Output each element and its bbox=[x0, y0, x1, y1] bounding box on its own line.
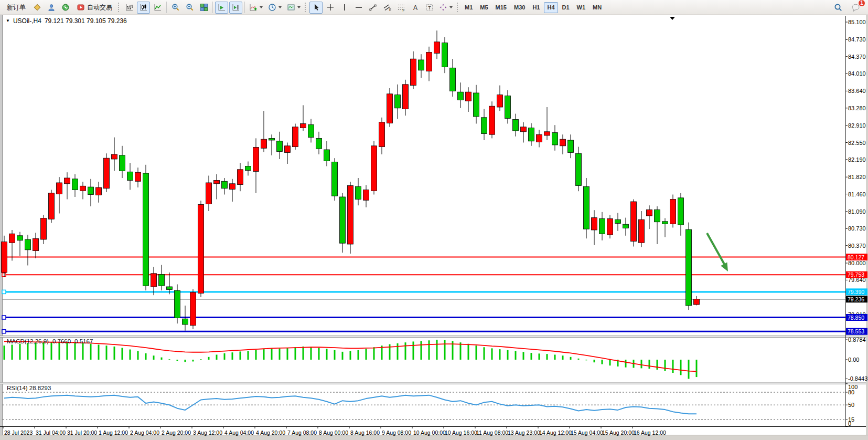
periods-icon[interactable] bbox=[266, 2, 284, 14]
svg-text:T: T bbox=[428, 5, 431, 11]
svg-text:31 Jul 04:00: 31 Jul 04:00 bbox=[36, 429, 66, 436]
search-icon[interactable] bbox=[832, 2, 845, 14]
auto-trading-button[interactable]: 自动交易 bbox=[73, 2, 116, 14]
svg-text:2 Aug 04:00: 2 Aug 04:00 bbox=[130, 429, 159, 436]
line-chart-icon[interactable] bbox=[151, 2, 164, 14]
hline-handle-78.553[interactable] bbox=[2, 330, 6, 333]
crosshair-icon[interactable] bbox=[324, 2, 337, 14]
tf-button-m5[interactable]: M5 bbox=[477, 2, 491, 13]
svg-text:31 Jul 20:00: 31 Jul 20:00 bbox=[67, 429, 97, 436]
text-label-icon[interactable]: T bbox=[423, 2, 436, 14]
new-order-button[interactable]: 新订单 bbox=[3, 2, 29, 14]
svg-text:79.753: 79.753 bbox=[848, 271, 864, 278]
auto-scroll-icon[interactable] bbox=[215, 2, 228, 14]
toolbar-separator bbox=[244, 2, 245, 13]
svg-text:78.553: 78.553 bbox=[848, 328, 864, 334]
svg-text:82.190: 82.190 bbox=[848, 156, 866, 163]
svg-text:14 Aug 12:00: 14 Aug 12:00 bbox=[539, 429, 572, 436]
bar-chart-icon[interactable] bbox=[123, 2, 136, 14]
svg-text:82.550: 82.550 bbox=[848, 140, 866, 146]
svg-text:83.280: 83.280 bbox=[848, 105, 866, 111]
svg-text:7 Aug 08:00: 7 Aug 08:00 bbox=[287, 429, 317, 436]
hline-handle-78.850[interactable] bbox=[2, 316, 6, 319]
text-icon[interactable]: A bbox=[409, 2, 422, 14]
svg-text:10 Aug 00:00: 10 Aug 00:00 bbox=[413, 429, 446, 436]
auto-trading-icon bbox=[77, 3, 85, 12]
svg-text:9 Aug 08:00: 9 Aug 08:00 bbox=[382, 429, 411, 436]
tf-button-d1[interactable]: D1 bbox=[559, 2, 573, 13]
symbol-dropdown-icon[interactable]: ▼ bbox=[6, 19, 10, 23]
svg-text:82.910: 82.910 bbox=[848, 122, 866, 129]
tf-button-w1[interactable]: W1 bbox=[574, 2, 589, 13]
svg-text:15 Aug 04:00: 15 Aug 04:00 bbox=[571, 429, 603, 436]
rsi-indicator-label: RSI(14) 28.8293 bbox=[7, 385, 51, 391]
svg-text:8 Aug 00:00: 8 Aug 00:00 bbox=[319, 429, 348, 436]
svg-text:79.236: 79.236 bbox=[848, 296, 864, 302]
tf-button-m30[interactable]: M30 bbox=[511, 2, 528, 13]
svg-text:78.850: 78.850 bbox=[848, 315, 864, 321]
arrows-icon[interactable] bbox=[437, 2, 455, 14]
svg-text:0: 0 bbox=[848, 421, 851, 427]
chart-shift-icon[interactable] bbox=[229, 2, 242, 14]
chevron-down-icon bbox=[297, 6, 301, 8]
svg-text:50: 50 bbox=[848, 402, 854, 408]
svg-text:E: E bbox=[389, 8, 391, 12]
toolbar-grip bbox=[118, 3, 121, 12]
chevron-down-icon bbox=[260, 6, 263, 8]
svg-text:13 Aug 23:00: 13 Aug 23:00 bbox=[508, 429, 540, 436]
auto-trading-label: 自动交易 bbox=[87, 3, 112, 12]
svg-text:83.640: 83.640 bbox=[848, 88, 866, 94]
svg-text:A: A bbox=[413, 4, 417, 12]
svg-text:84.010: 84.010 bbox=[848, 70, 866, 77]
svg-text:80.127: 80.127 bbox=[848, 254, 864, 260]
tf-button-m15[interactable]: M15 bbox=[492, 2, 510, 13]
svg-text:81.460: 81.460 bbox=[848, 191, 866, 197]
hline-handle-79.390[interactable] bbox=[2, 290, 6, 294]
newsletter-icon[interactable] bbox=[30, 2, 44, 14]
zoom-out-icon[interactable] bbox=[183, 2, 196, 14]
toolbar-grip bbox=[305, 3, 307, 12]
signal-icon[interactable] bbox=[59, 2, 72, 14]
indicators-icon[interactable] bbox=[247, 2, 265, 14]
templates-icon[interactable] bbox=[285, 2, 303, 14]
notifications-icon[interactable]: 1 bbox=[849, 2, 862, 14]
svg-text:0.00: 0.00 bbox=[848, 357, 859, 363]
tf-button-mn[interactable]: MN bbox=[590, 2, 605, 13]
notification-count-badge: 1 bbox=[858, 0, 865, 7]
svg-text:28 Jul 2023: 28 Jul 2023 bbox=[4, 429, 33, 436]
svg-text:80.000: 80.000 bbox=[848, 260, 866, 266]
vertical-line-icon[interactable] bbox=[338, 2, 351, 14]
main-toolbar: 新订单 自动交易 bbox=[0, 0, 868, 15]
svg-text:85.100: 85.100 bbox=[848, 19, 866, 25]
svg-text:-0.8443: -0.8443 bbox=[848, 375, 867, 382]
chart-title: ▼ USOil-,H4 79.121 79.301 79.105 79.236 bbox=[6, 17, 127, 25]
equidistant-channel-icon[interactable]: E bbox=[380, 2, 393, 14]
svg-text:4 Aug 20:00: 4 Aug 20:00 bbox=[256, 429, 285, 436]
tf-button-m1[interactable]: M1 bbox=[462, 2, 476, 13]
zoom-in-icon[interactable] bbox=[169, 2, 182, 14]
candlestick-chart-icon[interactable] bbox=[137, 2, 150, 14]
tf-button-h4[interactable]: H4 bbox=[544, 2, 558, 13]
svg-text:8 Aug 16:00: 8 Aug 16:00 bbox=[350, 429, 380, 436]
svg-text:15 Aug 20:00: 15 Aug 20:00 bbox=[602, 429, 635, 436]
svg-text:F: F bbox=[402, 8, 404, 12]
fibonacci-icon[interactable]: F bbox=[394, 2, 408, 14]
cursor-icon[interactable] bbox=[309, 2, 323, 14]
svg-text:16 Aug 12:00: 16 Aug 12:00 bbox=[634, 429, 666, 436]
tf-button-h1[interactable]: H1 bbox=[529, 2, 543, 13]
svg-text:0.8784: 0.8784 bbox=[848, 337, 866, 343]
svg-text:1 Aug 12:00: 1 Aug 12:00 bbox=[99, 429, 128, 436]
trendline-icon[interactable] bbox=[366, 2, 379, 14]
svg-text:4 Aug 04:00: 4 Aug 04:00 bbox=[224, 429, 254, 436]
accounts-icon[interactable] bbox=[45, 2, 58, 14]
horizontal-line-icon[interactable] bbox=[352, 2, 365, 14]
toolbar-grip bbox=[457, 3, 459, 12]
svg-text:79.390: 79.390 bbox=[848, 289, 864, 295]
chevron-down-icon bbox=[449, 6, 453, 8]
svg-text:10 Aug 16:00: 10 Aug 16:00 bbox=[445, 429, 477, 436]
symbol-label: USOil-,H4 bbox=[13, 17, 41, 25]
ohlc-quote: 79.121 79.301 79.105 79.236 bbox=[45, 17, 127, 25]
macd-indicator-label: MACD(12,26,9) -0.7660 -0.5167 bbox=[7, 338, 93, 344]
tile-windows-icon[interactable] bbox=[197, 2, 210, 14]
price-chart[interactable]: 85.10084.73084.37084.01083.64083.28082.9… bbox=[0, 0, 868, 440]
